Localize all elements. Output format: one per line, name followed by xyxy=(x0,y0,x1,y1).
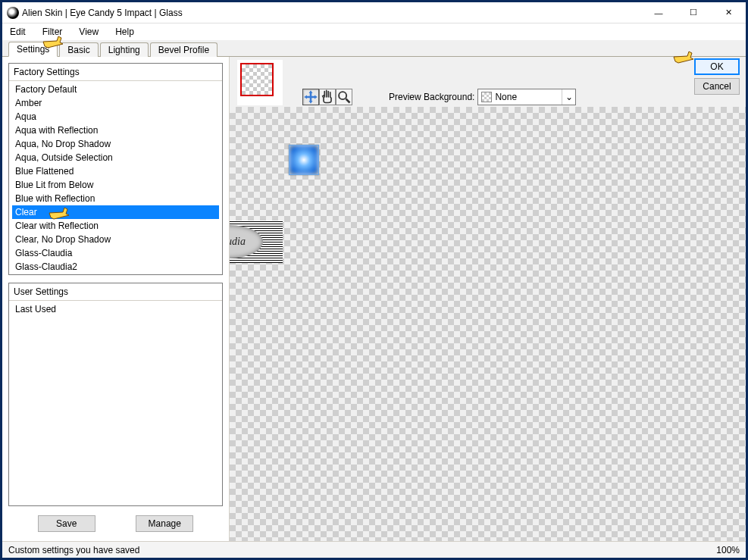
list-item[interactable]: Aqua xyxy=(12,110,219,124)
preview-area[interactable]: claudia xyxy=(230,107,746,541)
preview-bg-label: Preview Background: xyxy=(389,92,474,102)
thumb-toolbar-row: Preview Background: None ⌄ xyxy=(230,57,746,107)
user-settings-listbox[interactable]: User Settings Last Used xyxy=(8,283,223,506)
dialog-buttons: OK Cancel xyxy=(694,58,740,95)
minimize-button[interactable]: — xyxy=(641,2,676,23)
chevron-down-icon: ⌄ xyxy=(562,89,575,105)
svg-line-1 xyxy=(346,99,350,103)
tab-bevel-profile[interactable]: Bevel Profile xyxy=(150,42,218,57)
list-item[interactable]: Blue Flattened xyxy=(12,164,219,178)
preview-bg-swatch-icon xyxy=(481,92,492,102)
watermark: claudia xyxy=(230,221,283,263)
menu-help[interactable]: Help xyxy=(112,25,137,39)
user-settings-header: User Settings xyxy=(9,283,222,301)
tabs-row: Settings Basic Lighting Bevel Profile xyxy=(2,40,746,57)
maximize-button[interactable]: ☐ xyxy=(676,2,711,23)
list-item[interactable]: Last Used xyxy=(12,302,219,316)
list-item[interactable]: Clear with Reflection xyxy=(12,219,219,233)
list-item[interactable]: Glass-Claudia3 xyxy=(12,274,219,274)
list-item[interactable]: Glass-Claudia2 xyxy=(12,260,219,274)
preview-tool-icons xyxy=(302,89,352,105)
settings-button-row: Save Manage xyxy=(8,512,223,538)
cancel-button[interactable]: Cancel xyxy=(694,78,740,95)
list-item[interactable]: Blue Lit from Below xyxy=(12,178,219,192)
window-controls: — ☐ ✕ xyxy=(641,2,746,23)
tab-settings[interactable]: Settings xyxy=(8,42,58,57)
menu-edit[interactable]: Edit xyxy=(7,25,29,39)
list-item[interactable]: Amber xyxy=(12,96,219,110)
hand-tool-icon[interactable] xyxy=(319,89,336,105)
close-button[interactable]: ✕ xyxy=(711,2,746,23)
save-button[interactable]: Save xyxy=(38,515,95,532)
preview-bg-select[interactable]: None ⌄ xyxy=(477,89,576,105)
preview-thumbnail[interactable] xyxy=(237,60,283,105)
zoom-level: 100% xyxy=(716,545,740,555)
menu-bar: Edit Filter View Help xyxy=(2,23,746,40)
list-item[interactable]: Blue with Reflection xyxy=(12,192,219,205)
status-message: Custom settings you have saved xyxy=(8,545,139,555)
factory-settings-header: Factory Settings xyxy=(9,64,222,81)
list-item[interactable]: Factory Default xyxy=(12,83,219,96)
menu-filter[interactable]: Filter xyxy=(39,25,66,39)
zoom-tool-icon[interactable] xyxy=(336,89,352,105)
factory-settings-listbox[interactable]: Factory Settings Factory DefaultAmberAqu… xyxy=(8,63,223,275)
move-tool-icon[interactable] xyxy=(302,89,319,105)
manage-button[interactable]: Manage xyxy=(136,515,193,532)
menu-view[interactable]: View xyxy=(76,25,102,39)
status-bar: Custom settings you have saved 100% xyxy=(2,541,746,558)
ok-button[interactable]: OK xyxy=(694,58,740,75)
list-item[interactable]: Aqua with Reflection xyxy=(12,124,219,137)
svg-point-0 xyxy=(339,92,346,99)
title-bar: Alien Skin | Eye Candy 5 Impact | Glass … xyxy=(2,2,746,23)
window-title: Alien Skin | Eye Candy 5 Impact | Glass xyxy=(22,8,183,18)
preview-bg-value: None xyxy=(495,92,517,102)
list-item[interactable]: Clear, No Drop Shadow xyxy=(12,233,219,246)
list-item[interactable]: Aqua, No Drop Shadow xyxy=(12,137,219,151)
settings-left-panel: Factory Settings Factory DefaultAmberAqu… xyxy=(2,57,230,541)
preview-bg-row: Preview Background: None ⌄ xyxy=(389,89,576,105)
list-item[interactable]: Clear xyxy=(12,205,219,219)
list-item[interactable]: Glass-Claudia xyxy=(12,246,219,260)
watermark-text: claudia xyxy=(230,225,263,258)
list-item[interactable]: Aqua, Outside Selection xyxy=(12,151,219,164)
app-icon xyxy=(7,7,19,19)
tab-basic[interactable]: Basic xyxy=(59,42,98,57)
preview-right-panel: OK Cancel xyxy=(230,57,746,541)
preview-glass-sample xyxy=(289,145,319,175)
tab-lighting[interactable]: Lighting xyxy=(100,42,149,57)
